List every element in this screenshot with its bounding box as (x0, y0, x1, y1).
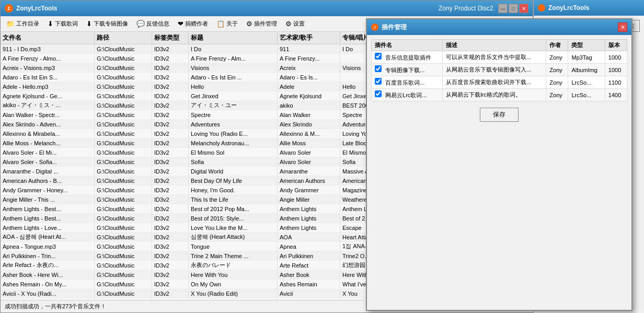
close-button[interactable]: ✕ (519, 4, 528, 13)
plugin-checkbox[interactable] (375, 78, 382, 85)
cell-title: Get Jinxed (189, 91, 278, 100)
cell-path: G:\CloudMusic (95, 280, 152, 288)
cell-path: G:\CloudMusic (95, 54, 152, 63)
cell-filename: Amaranthe - Digital ... (1, 167, 95, 176)
col-filename[interactable]: 文件名 (1, 32, 95, 44)
app-icon: Z (5, 4, 13, 13)
cell-filename: AOA - 심쿵해 (Heart At... (1, 233, 95, 241)
cell-artist: Agnete Kjolsund (278, 91, 340, 100)
cell-artist: Alan Walker (278, 110, 340, 119)
col-artist[interactable]: 艺术家/歌手 (278, 32, 340, 44)
maximize-button[interactable]: □ (509, 4, 518, 13)
cell-artist: Amaranthe (278, 167, 340, 176)
cell-tagtype: ID3v2 (152, 204, 189, 213)
donate-button[interactable]: ❤ 捐赠作者 (174, 18, 212, 30)
minimize-button[interactable]: — (498, 4, 508, 13)
cell-path: G:\CloudMusic (95, 242, 152, 251)
cell-path: G:\CloudMusic (95, 214, 152, 223)
cell-artist: Ashes Remain (278, 280, 340, 288)
plugin-save-button[interactable]: 保存 (480, 108, 519, 122)
col-title[interactable]: 标题 (189, 32, 278, 44)
plugin-manager-button[interactable]: ⚙ 插件管理 (243, 18, 281, 30)
cell-artist: AOA (278, 233, 340, 241)
cell-artist: Alvaro Soler (278, 148, 340, 157)
plugin-content: 插件名 描述 作者 类型 版本 音乐信息提取插件 可以从常规的音乐文件当中提取.… (367, 35, 631, 126)
plugin-checkbox[interactable] (375, 65, 382, 72)
app-name: ZonyLrcTools (16, 5, 435, 12)
col-tagtype[interactable]: 标签类型 (152, 32, 189, 44)
cell-filename: Alvaro Soler - Sofia... (1, 157, 95, 166)
plugin-cell-version: 1400 (605, 89, 627, 101)
plugin-cell-name: 专辑图像下载... (372, 64, 443, 76)
cell-title: Tongue (189, 242, 278, 251)
plugin-cell-type: AlbumImg (568, 64, 605, 76)
plugin-cell-version: 1000 (605, 51, 627, 64)
cell-path: G:\CloudMusic (95, 138, 152, 147)
cell-title: Here With You (189, 270, 278, 279)
cell-tagtype: ID3v2 (152, 233, 189, 241)
cell-tagtype: ID3v2 (152, 242, 189, 251)
feedback-button[interactable]: 💬 反馈信息 (133, 18, 173, 30)
cell-path: G:\CloudMusic (95, 233, 152, 241)
cell-title: 永夜のバレード (189, 261, 278, 270)
cell-filename: akiko - アイ・ミス・... (1, 101, 95, 110)
cell-artist: Ari Pulkkinen (278, 251, 340, 260)
cell-title: Adventures (189, 120, 278, 129)
plugin-row: 网易云Lrc歌词... 从网易云下载lrc格式的歌词。 Zony LrcSo..… (372, 89, 627, 101)
plugin-row: 百度音乐歌词... 从百度音乐搜索歌曲歌词并下载... Zony LrcSo..… (372, 76, 627, 89)
cell-tagtype: ID3v2 (152, 251, 189, 260)
col-path[interactable]: 路径 (95, 32, 152, 44)
cell-title: Honey, I'm Good. (189, 186, 278, 194)
plugin-cell-author: Zony (546, 51, 568, 64)
download-lyrics-button[interactable]: ⬇ 下载歌词 (44, 18, 82, 30)
cell-title: El Mismo Sol (189, 148, 278, 157)
settings-button[interactable]: ⚙ 设置 (282, 18, 308, 30)
cell-filename: 911 - I Do.mp3 (1, 44, 95, 53)
cell-filename: Agnete Kjolsund - Ge... (1, 91, 95, 100)
cell-tagtype: ID3v2 (152, 148, 189, 157)
cell-tagtype: ID3v2 (152, 176, 189, 185)
cell-tagtype: ID3v2 (152, 167, 189, 176)
cell-path: G:\CloudMusic (95, 44, 152, 53)
cell-path: G:\CloudMusic (95, 120, 152, 129)
about-button[interactable]: 📋 关于 (213, 18, 242, 30)
cell-path: G:\CloudMusic (95, 157, 152, 166)
cell-path: G:\CloudMusic (95, 110, 152, 119)
cell-tagtype: ID3v2 (152, 82, 189, 91)
plugin-col-name: 插件名 (372, 40, 443, 51)
cell-artist: Alex Skrindo (278, 120, 340, 129)
cell-tagtype: ID3v2 (152, 63, 189, 72)
cell-title: Love You Like the M... (189, 223, 278, 232)
download-album-button[interactable]: ⬇ 下载专辑图像 (83, 18, 132, 30)
about-icon: 📋 (216, 20, 225, 28)
cell-path: G:\CloudMusic (95, 289, 152, 298)
status-text: 成功扫描成功，一共有273个音乐文件！ (5, 303, 106, 310)
plugin-checkbox[interactable] (375, 90, 382, 97)
plugin-cell-type: LrcSo... (568, 89, 605, 101)
cell-filename: Apnea - Tongue.mp3 (1, 242, 95, 251)
cell-filename: Alan Walker - Spectr... (1, 110, 95, 119)
plugin-close-button[interactable]: ✕ (618, 22, 627, 32)
download-lyrics-icon: ⬇ (48, 20, 53, 28)
cell-artist: Arte Refact (278, 261, 340, 270)
download-album-icon: ⬇ (86, 20, 92, 28)
workdir-button[interactable]: 📁 工作目录 (3, 18, 43, 30)
cell-artist: Adele (278, 82, 340, 91)
cell-title: Spectre (189, 110, 278, 119)
plugin-cell-name: 百度音乐歌词... (372, 76, 443, 89)
plugin-cell-version: 1000 (605, 64, 627, 76)
cell-artist: Asher Book (278, 270, 340, 279)
cell-title: アイ・ミス・ユー (189, 101, 278, 110)
cell-filename: Alvaro Soler - El Mi... (1, 148, 95, 157)
cell-artist: Allexinno & M... (278, 129, 340, 138)
plugin-checkbox[interactable] (375, 53, 382, 60)
donate-icon: ❤ (178, 20, 183, 28)
cell-artist: akiko (278, 101, 340, 110)
cell-title: A Fine Frenzy - Alm... (189, 54, 278, 63)
title-bar: Z ZonyLrcTools Zony Product Disc2. — □ ✕ (1, 1, 533, 16)
cell-filename: Ashes Remain - On My... (1, 280, 95, 288)
plugin-dialog: Z 插件管理 ✕ 插件名 描述 作者 类型 版本 音乐信息提取插件 可以从常规的… (366, 18, 632, 311)
cell-path: G:\CloudMusic (95, 270, 152, 279)
cell-artist: Allie Moss (278, 138, 340, 147)
cell-filename: Adele - Hello.mp3 (1, 82, 95, 91)
